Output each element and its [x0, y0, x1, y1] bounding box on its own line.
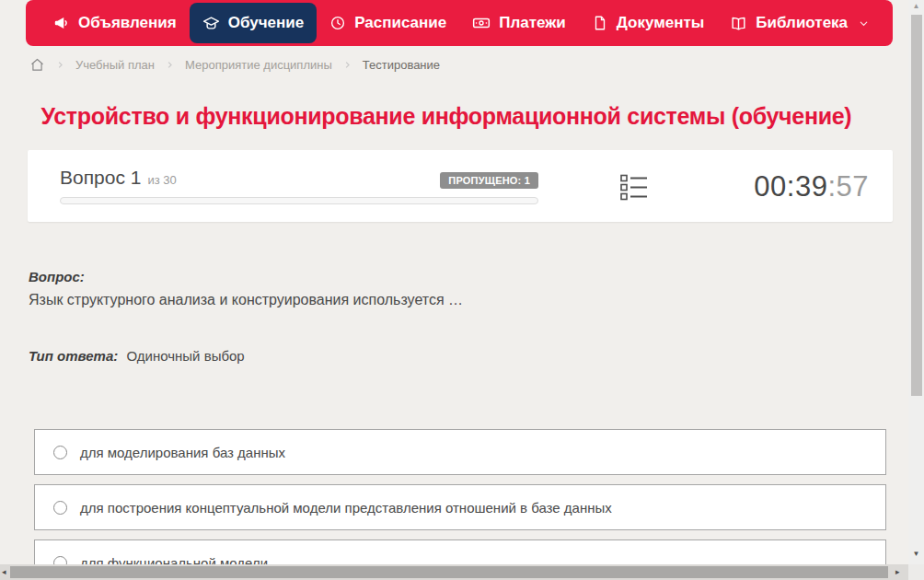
- breadcrumb: Учебный план Мероприятие дисциплины Тест…: [29, 57, 440, 73]
- breadcrumb-item-testing: Тестирование: [363, 58, 440, 72]
- answer-option-label: для моделирования баз данных: [80, 445, 285, 460]
- nav-item-announcements[interactable]: Объявления: [40, 3, 190, 43]
- scroll-left-arrow-icon[interactable]: ◂: [2, 567, 6, 576]
- nav-item-library[interactable]: Библиотека: [717, 3, 883, 43]
- scroll-right-arrow-icon[interactable]: ▸: [895, 567, 900, 576]
- document-icon: [592, 15, 608, 31]
- nav-item-label: Библиотека: [756, 14, 848, 32]
- megaphone-icon: [53, 15, 70, 31]
- nav-item-documents[interactable]: Документы: [579, 3, 718, 43]
- nav-item-label: Обучение: [228, 14, 304, 32]
- banknote-icon: [472, 14, 491, 32]
- answer-type-label: Тип ответа:: [29, 348, 118, 364]
- timer-minutes: 00:39: [754, 170, 827, 203]
- nav-item-label: Платежи: [499, 14, 566, 32]
- scroll-up-arrow-icon[interactable]: ▲: [908, 2, 924, 10]
- nav-item-schedule[interactable]: Расписание: [317, 3, 459, 43]
- clock-icon: [329, 15, 346, 31]
- question-number-label: Вопрос 1: [60, 167, 141, 189]
- quiz-header-card: Вопрос 1 из 30 ПРОПУЩЕНО: 1 00:39:57: [28, 150, 893, 222]
- question-total-label: из 30: [147, 173, 176, 187]
- question-progress-block: Вопрос 1 из 30 ПРОПУЩЕНО: 1: [60, 167, 538, 204]
- question-list-button[interactable]: [620, 174, 648, 204]
- answer-option[interactable]: для построения концептуальной модели пре…: [34, 484, 886, 530]
- chevron-down-icon: [858, 17, 870, 29]
- breadcrumb-separator-icon: [342, 60, 352, 70]
- breadcrumb-separator-icon: [55, 60, 65, 70]
- nav-item-payments[interactable]: Платежи: [459, 3, 579, 43]
- horizontal-scrollbar-thumb[interactable]: [10, 566, 888, 578]
- answer-type-value: Одиночный выбор: [126, 348, 244, 364]
- radio-button[interactable]: [53, 446, 67, 459]
- nav-item-education[interactable]: Обучение: [190, 3, 317, 43]
- question-text: Язык структурного анализа и конструирова…: [29, 292, 857, 308]
- scrollbar-corner: [908, 564, 924, 580]
- breadcrumb-item-study-plan[interactable]: Учебный план: [75, 58, 155, 72]
- horizontal-scrollbar[interactable]: ◂ ▸: [0, 564, 908, 580]
- home-icon[interactable]: [29, 57, 45, 73]
- nav-item-label: Расписание: [354, 14, 446, 32]
- question-heading: Вопрос:: [29, 269, 85, 284]
- timer: 00:39:57: [754, 170, 869, 203]
- graduation-cap-icon: [202, 15, 220, 32]
- radio-button[interactable]: [53, 501, 67, 515]
- question-progress-bar: [60, 197, 538, 204]
- main-navbar: Объявления Обучение Расписание Платежи Д…: [26, 0, 893, 46]
- answer-option-label: для построения концептуальной модели пре…: [80, 500, 612, 516]
- vertical-scrollbar[interactable]: ▲ ▼: [908, 0, 924, 564]
- nav-item-label: Объявления: [78, 14, 177, 32]
- answer-type-line: Тип ответа: Одиночный выбор: [29, 348, 245, 364]
- answer-options: для моделирования баз данных для построе…: [34, 429, 886, 580]
- checklist-icon: [620, 188, 648, 203]
- scroll-down-arrow-icon[interactable]: ▼: [908, 550, 924, 558]
- answer-option[interactable]: для моделирования баз данных: [34, 429, 886, 475]
- breadcrumb-separator-icon: [165, 60, 175, 70]
- vertical-scrollbar-thumb[interactable]: [911, 15, 922, 396]
- breadcrumb-item-discipline-event[interactable]: Мероприятие дисциплины: [185, 58, 332, 72]
- page-title: Устройство и функционирование информацио…: [0, 103, 893, 130]
- skipped-badge: ПРОПУЩЕНО: 1: [440, 172, 538, 189]
- timer-seconds: :57: [827, 170, 869, 203]
- nav-item-label: Документы: [617, 14, 705, 32]
- library-book-icon: [730, 15, 747, 32]
